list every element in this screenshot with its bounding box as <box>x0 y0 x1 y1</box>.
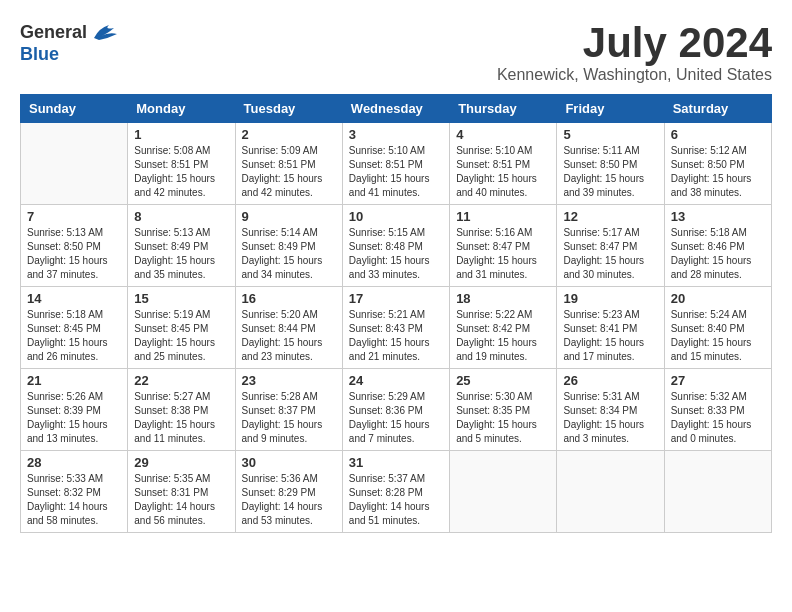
day-info: Sunrise: 5:35 AMSunset: 8:31 PMDaylight:… <box>134 472 228 528</box>
calendar-week-5: 28Sunrise: 5:33 AMSunset: 8:32 PMDayligh… <box>21 451 772 533</box>
calendar-cell-w4-d3: 24Sunrise: 5:29 AMSunset: 8:36 PMDayligh… <box>342 369 449 451</box>
day-number: 5 <box>563 127 657 142</box>
day-info: Sunrise: 5:26 AMSunset: 8:39 PMDaylight:… <box>27 390 121 446</box>
day-info: Sunrise: 5:09 AMSunset: 8:51 PMDaylight:… <box>242 144 336 200</box>
day-number: 27 <box>671 373 765 388</box>
calendar-cell-w5-d5 <box>557 451 664 533</box>
header-sunday: Sunday <box>21 95 128 123</box>
header-thursday: Thursday <box>450 95 557 123</box>
day-number: 2 <box>242 127 336 142</box>
calendar-cell-w2-d2: 9Sunrise: 5:14 AMSunset: 8:49 PMDaylight… <box>235 205 342 287</box>
day-number: 29 <box>134 455 228 470</box>
header-wednesday: Wednesday <box>342 95 449 123</box>
day-info: Sunrise: 5:10 AMSunset: 8:51 PMDaylight:… <box>349 144 443 200</box>
calendar-cell-w3-d6: 20Sunrise: 5:24 AMSunset: 8:40 PMDayligh… <box>664 287 771 369</box>
day-number: 17 <box>349 291 443 306</box>
calendar-cell-w5-d1: 29Sunrise: 5:35 AMSunset: 8:31 PMDayligh… <box>128 451 235 533</box>
day-number: 14 <box>27 291 121 306</box>
day-number: 30 <box>242 455 336 470</box>
day-info: Sunrise: 5:24 AMSunset: 8:40 PMDaylight:… <box>671 308 765 364</box>
calendar-cell-w1-d2: 2Sunrise: 5:09 AMSunset: 8:51 PMDaylight… <box>235 123 342 205</box>
day-info: Sunrise: 5:29 AMSunset: 8:36 PMDaylight:… <box>349 390 443 446</box>
day-info: Sunrise: 5:11 AMSunset: 8:50 PMDaylight:… <box>563 144 657 200</box>
day-number: 11 <box>456 209 550 224</box>
calendar-cell-w3-d4: 18Sunrise: 5:22 AMSunset: 8:42 PMDayligh… <box>450 287 557 369</box>
calendar-week-4: 21Sunrise: 5:26 AMSunset: 8:39 PMDayligh… <box>21 369 772 451</box>
calendar-cell-w5-d3: 31Sunrise: 5:37 AMSunset: 8:28 PMDayligh… <box>342 451 449 533</box>
day-info: Sunrise: 5:10 AMSunset: 8:51 PMDaylight:… <box>456 144 550 200</box>
calendar-week-2: 7Sunrise: 5:13 AMSunset: 8:50 PMDaylight… <box>21 205 772 287</box>
calendar-cell-w1-d5: 5Sunrise: 5:11 AMSunset: 8:50 PMDaylight… <box>557 123 664 205</box>
day-info: Sunrise: 5:13 AMSunset: 8:50 PMDaylight:… <box>27 226 121 282</box>
day-info: Sunrise: 5:19 AMSunset: 8:45 PMDaylight:… <box>134 308 228 364</box>
day-number: 15 <box>134 291 228 306</box>
day-number: 24 <box>349 373 443 388</box>
day-info: Sunrise: 5:28 AMSunset: 8:37 PMDaylight:… <box>242 390 336 446</box>
logo-blue-text: Blue <box>20 44 59 65</box>
calendar-cell-w5-d0: 28Sunrise: 5:33 AMSunset: 8:32 PMDayligh… <box>21 451 128 533</box>
calendar-week-1: 1Sunrise: 5:08 AMSunset: 8:51 PMDaylight… <box>21 123 772 205</box>
calendar-table: Sunday Monday Tuesday Wednesday Thursday… <box>20 94 772 533</box>
logo-general-text: General <box>20 22 87 43</box>
calendar-cell-w1-d6: 6Sunrise: 5:12 AMSunset: 8:50 PMDaylight… <box>664 123 771 205</box>
calendar-cell-w4-d2: 23Sunrise: 5:28 AMSunset: 8:37 PMDayligh… <box>235 369 342 451</box>
header-monday: Monday <box>128 95 235 123</box>
day-number: 12 <box>563 209 657 224</box>
day-number: 6 <box>671 127 765 142</box>
day-info: Sunrise: 5:13 AMSunset: 8:49 PMDaylight:… <box>134 226 228 282</box>
day-info: Sunrise: 5:27 AMSunset: 8:38 PMDaylight:… <box>134 390 228 446</box>
day-info: Sunrise: 5:15 AMSunset: 8:48 PMDaylight:… <box>349 226 443 282</box>
day-info: Sunrise: 5:36 AMSunset: 8:29 PMDaylight:… <box>242 472 336 528</box>
day-number: 25 <box>456 373 550 388</box>
calendar-header-row: Sunday Monday Tuesday Wednesday Thursday… <box>21 95 772 123</box>
day-info: Sunrise: 5:14 AMSunset: 8:49 PMDaylight:… <box>242 226 336 282</box>
day-number: 16 <box>242 291 336 306</box>
day-number: 9 <box>242 209 336 224</box>
calendar-cell-w3-d5: 19Sunrise: 5:23 AMSunset: 8:41 PMDayligh… <box>557 287 664 369</box>
calendar-cell-w2-d0: 7Sunrise: 5:13 AMSunset: 8:50 PMDaylight… <box>21 205 128 287</box>
day-info: Sunrise: 5:33 AMSunset: 8:32 PMDaylight:… <box>27 472 121 528</box>
day-info: Sunrise: 5:32 AMSunset: 8:33 PMDaylight:… <box>671 390 765 446</box>
calendar-cell-w4-d4: 25Sunrise: 5:30 AMSunset: 8:35 PMDayligh… <box>450 369 557 451</box>
day-number: 1 <box>134 127 228 142</box>
logo: General Blue <box>20 20 119 65</box>
calendar-cell-w2-d1: 8Sunrise: 5:13 AMSunset: 8:49 PMDaylight… <box>128 205 235 287</box>
calendar-cell-w5-d6 <box>664 451 771 533</box>
calendar-cell-w3-d2: 16Sunrise: 5:20 AMSunset: 8:44 PMDayligh… <box>235 287 342 369</box>
calendar-cell-w3-d0: 14Sunrise: 5:18 AMSunset: 8:45 PMDayligh… <box>21 287 128 369</box>
day-info: Sunrise: 5:22 AMSunset: 8:42 PMDaylight:… <box>456 308 550 364</box>
calendar-cell-w2-d5: 12Sunrise: 5:17 AMSunset: 8:47 PMDayligh… <box>557 205 664 287</box>
day-number: 23 <box>242 373 336 388</box>
day-info: Sunrise: 5:23 AMSunset: 8:41 PMDaylight:… <box>563 308 657 364</box>
calendar-cell-w4-d0: 21Sunrise: 5:26 AMSunset: 8:39 PMDayligh… <box>21 369 128 451</box>
calendar-cell-w3-d3: 17Sunrise: 5:21 AMSunset: 8:43 PMDayligh… <box>342 287 449 369</box>
day-number: 28 <box>27 455 121 470</box>
calendar-cell-w1-d3: 3Sunrise: 5:10 AMSunset: 8:51 PMDaylight… <box>342 123 449 205</box>
calendar-cell-w4-d1: 22Sunrise: 5:27 AMSunset: 8:38 PMDayligh… <box>128 369 235 451</box>
day-info: Sunrise: 5:16 AMSunset: 8:47 PMDaylight:… <box>456 226 550 282</box>
calendar-week-3: 14Sunrise: 5:18 AMSunset: 8:45 PMDayligh… <box>21 287 772 369</box>
day-info: Sunrise: 5:12 AMSunset: 8:50 PMDaylight:… <box>671 144 765 200</box>
title-section: July 2024 Kennewick, Washington, United … <box>497 20 772 84</box>
calendar-cell-w2-d4: 11Sunrise: 5:16 AMSunset: 8:47 PMDayligh… <box>450 205 557 287</box>
calendar-cell-w2-d6: 13Sunrise: 5:18 AMSunset: 8:46 PMDayligh… <box>664 205 771 287</box>
header-friday: Friday <box>557 95 664 123</box>
day-number: 8 <box>134 209 228 224</box>
calendar-cell-w4-d6: 27Sunrise: 5:32 AMSunset: 8:33 PMDayligh… <box>664 369 771 451</box>
location-text: Kennewick, Washington, United States <box>497 66 772 84</box>
day-info: Sunrise: 5:20 AMSunset: 8:44 PMDaylight:… <box>242 308 336 364</box>
calendar-cell-w2-d3: 10Sunrise: 5:15 AMSunset: 8:48 PMDayligh… <box>342 205 449 287</box>
calendar-cell-w1-d4: 4Sunrise: 5:10 AMSunset: 8:51 PMDaylight… <box>450 123 557 205</box>
day-info: Sunrise: 5:37 AMSunset: 8:28 PMDaylight:… <box>349 472 443 528</box>
day-number: 13 <box>671 209 765 224</box>
month-title: July 2024 <box>497 20 772 66</box>
day-info: Sunrise: 5:18 AMSunset: 8:46 PMDaylight:… <box>671 226 765 282</box>
day-number: 3 <box>349 127 443 142</box>
calendar-cell-w3-d1: 15Sunrise: 5:19 AMSunset: 8:45 PMDayligh… <box>128 287 235 369</box>
day-info: Sunrise: 5:30 AMSunset: 8:35 PMDaylight:… <box>456 390 550 446</box>
day-number: 18 <box>456 291 550 306</box>
header-saturday: Saturday <box>664 95 771 123</box>
day-number: 20 <box>671 291 765 306</box>
day-info: Sunrise: 5:08 AMSunset: 8:51 PMDaylight:… <box>134 144 228 200</box>
day-number: 22 <box>134 373 228 388</box>
